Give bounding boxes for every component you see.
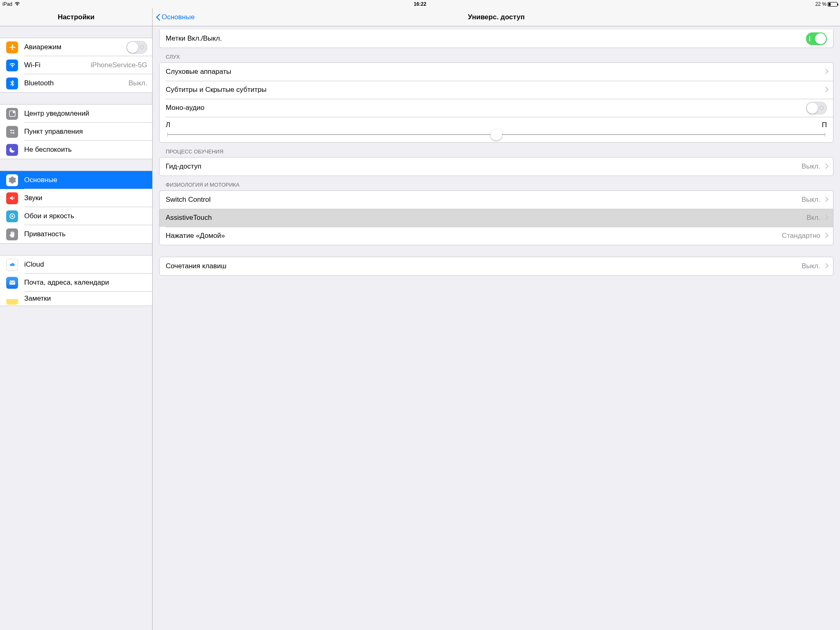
sidebar-item-wallpaper[interactable]: Обои и яркость <box>0 207 152 225</box>
airplane-icon <box>6 41 18 53</box>
clock: 16:22 <box>414 1 427 7</box>
svg-rect-5 <box>10 132 12 133</box>
sidebar: Авиарежим Wi-Fi iPhoneService-5G Bluetoo… <box>0 26 153 390</box>
svg-point-7 <box>11 215 13 217</box>
device-label: iPad <box>2 1 12 7</box>
sidebar-item-airplane[interactable]: Авиарежим <box>0 38 152 56</box>
control-center-icon <box>6 126 18 138</box>
section-learning: ПРОЦЕСС ОБУЧЕНИЯ <box>153 143 521 157</box>
row-guided-access[interactable]: Гид-доступ Выкл. <box>160 158 521 176</box>
sidebar-item-dnd[interactable]: Не беспокоить <box>0 141 152 159</box>
sidebar-label: Почта, адреса, календари <box>24 278 147 287</box>
sidebar-item-bluetooth[interactable]: Bluetooth Выкл. <box>0 74 152 92</box>
row-home-click[interactable]: Нажатие «Домой» Стандартно <box>160 227 521 245</box>
row-label: Метки Вкл./Выкл. <box>166 34 521 43</box>
gear-icon <box>6 174 18 186</box>
detail-pane: Метки Вкл./Выкл. СЛУХ Слуховые аппараты … <box>153 26 521 390</box>
sidebar-label: Звуки <box>24 194 147 202</box>
back-label: Основные <box>162 13 195 21</box>
row-label: Субтитры и Скрытые субтитры <box>166 86 521 94</box>
sidebar-item-sounds[interactable]: Звуки <box>0 189 152 207</box>
sidebar-value: iPhoneService-5G <box>91 61 147 69</box>
sidebar-label: Приватность <box>24 230 147 238</box>
svg-point-2 <box>10 130 12 131</box>
sidebar-label: Центр уведомлений <box>24 110 147 118</box>
sidebar-label: Не беспокоить <box>24 146 147 154</box>
svg-point-1 <box>13 111 15 113</box>
hand-icon <box>6 228 18 240</box>
wallpaper-icon <box>6 210 18 222</box>
sidebar-item-notes[interactable]: Заметки <box>0 292 152 306</box>
sidebar-label: Bluetooth <box>24 79 126 87</box>
row-mono-audio[interactable]: Моно-аудио <box>160 99 521 117</box>
sidebar-item-control-center[interactable]: Пункт управления <box>0 123 152 141</box>
sidebar-item-wifi[interactable]: Wi-Fi iPhoneService-5G <box>0 56 152 74</box>
svg-point-4 <box>13 132 14 134</box>
row-labels-toggle[interactable]: Метки Вкл./Выкл. <box>160 30 521 48</box>
chevron-left-icon <box>156 13 161 21</box>
row-audio-balance[interactable]: Л П <box>160 117 521 142</box>
cloud-icon <box>6 259 18 271</box>
balance-left-label: Л <box>166 121 170 129</box>
sidebar-item-privacy[interactable]: Приватность <box>0 225 152 243</box>
sidebar-item-icloud[interactable]: iCloud <box>0 256 152 274</box>
balance-slider[interactable] <box>167 134 521 135</box>
mail-icon <box>6 277 18 289</box>
slider-knob[interactable] <box>491 129 502 140</box>
row-label: Сочетания клавиш <box>166 262 521 270</box>
row-accessibility-shortcut[interactable]: Сочетания клавиш Выкл. <box>160 257 521 275</box>
row-switch-control[interactable]: Switch Control Выкл. <box>160 191 521 209</box>
sidebar-item-general[interactable]: Основные <box>0 171 152 189</box>
notification-center-icon <box>6 108 18 120</box>
row-hearing-aids[interactable]: Слуховые аппараты <box>160 63 521 81</box>
bluetooth-icon <box>6 78 18 89</box>
sidebar-label: Основные <box>24 176 147 184</box>
status-bar: iPad 16:22 22 % <box>0 0 521 8</box>
row-label: AssistiveTouch <box>166 214 521 222</box>
speaker-icon <box>6 192 18 204</box>
svg-rect-8 <box>9 281 15 285</box>
sidebar-label: Авиарежим <box>24 43 126 51</box>
sidebar-label: Wi-Fi <box>24 61 88 69</box>
navbar: Настройки Основные Универс. доступ <box>0 8 521 26</box>
sidebar-value: Выкл. <box>128 79 147 87</box>
sidebar-label: Заметки <box>24 294 147 303</box>
sidebar-item-notifications[interactable]: Центр уведомлений <box>0 105 152 123</box>
section-hearing: СЛУХ <box>153 48 521 62</box>
row-label: Гид-доступ <box>166 162 521 171</box>
row-label: Моно-аудио <box>166 104 521 112</box>
page-title: Универс. доступ <box>468 13 521 21</box>
back-button[interactable]: Основные <box>156 13 195 21</box>
wifi-icon <box>14 1 20 7</box>
sidebar-item-mail[interactable]: Почта, адреса, календари <box>0 274 152 292</box>
row-label: Слуховые аппараты <box>166 68 521 76</box>
section-physical: ФИЗИОЛОГИЯ И МОТОРИКА <box>153 176 521 190</box>
sidebar-label: Пункт управления <box>24 128 147 136</box>
airplane-switch[interactable] <box>126 41 147 54</box>
row-label: Switch Control <box>166 196 521 204</box>
notes-icon <box>6 293 18 305</box>
sidebar-label: Обои и яркость <box>24 212 147 220</box>
row-assistive-touch[interactable]: AssistiveTouch Вкл. <box>160 209 521 227</box>
moon-icon <box>6 144 18 156</box>
row-subtitles[interactable]: Субтитры и Скрытые субтитры <box>160 81 521 99</box>
row-label: Нажатие «Домой» <box>166 232 521 240</box>
sidebar-title: Настройки <box>0 8 153 26</box>
svg-rect-3 <box>12 130 14 131</box>
sidebar-label: iCloud <box>24 260 147 269</box>
wifi-icon <box>6 59 18 71</box>
